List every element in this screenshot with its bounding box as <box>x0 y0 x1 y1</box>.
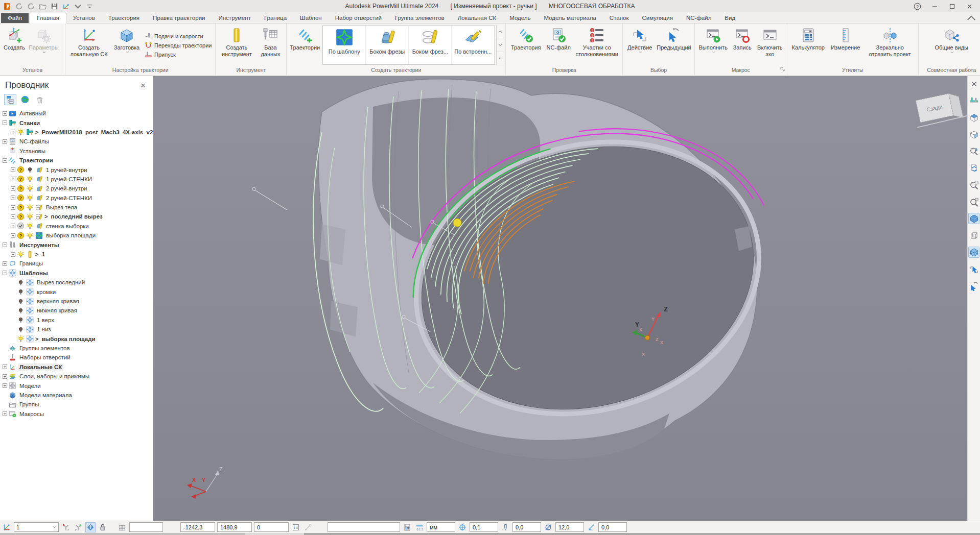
tree-item-label[interactable]: нижняя кривая <box>35 307 79 314</box>
tree-item-label[interactable]: выборка площади <box>44 232 97 239</box>
azimuth-field[interactable] <box>598 522 627 532</box>
bulbOff-icon[interactable] <box>17 279 25 286</box>
customize-qat-icon[interactable] <box>85 2 94 11</box>
pick-z-axis-icon[interactable]: z <box>85 522 96 532</box>
tree-item-label[interactable]: 1 ручей-внутри <box>44 166 89 174</box>
bulbOn-icon[interactable] <box>17 251 25 258</box>
expand-icon[interactable]: + <box>11 177 15 181</box>
tree-item-label[interactable]: Установы <box>18 148 47 155</box>
bulbOn-icon[interactable] <box>26 175 34 183</box>
expand-icon[interactable]: + <box>11 233 15 238</box>
tolerance-field[interactable] <box>470 522 498 532</box>
workplane-select[interactable]: 1 <box>14 522 59 532</box>
strategy-item[interactable]: Боком фрез... <box>409 26 452 64</box>
tree-item-label[interactable]: верхняя кривая <box>35 298 81 305</box>
view-orientation-button[interactable] <box>968 129 979 140</box>
units-calc-icon[interactable] <box>402 522 412 532</box>
tree-item-label[interactable]: Модели материала <box>18 392 74 399</box>
select-previous-button[interactable]: Предыдущий <box>655 25 692 65</box>
explorer-web-button[interactable] <box>19 94 31 105</box>
cursor-y-field[interactable] <box>217 522 252 532</box>
bulbOn-icon[interactable] <box>26 213 34 221</box>
tree-item-label[interactable]: Траектории <box>18 157 55 164</box>
mirror-project-button[interactable]: Зеркально отразить проект <box>864 25 917 65</box>
zoom-window-button[interactable] <box>968 196 979 207</box>
tree-item-label[interactable]: 2 ручей-СТЕНКИ <box>44 194 94 202</box>
tree-item-label[interactable]: Группы элементов <box>18 345 72 352</box>
tree-item-label[interactable]: 1 верх <box>35 317 56 324</box>
explorer-close-icon[interactable]: ✕ <box>138 82 148 89</box>
bulbOff-icon[interactable] <box>17 307 25 314</box>
tree-item-label[interactable]: Наборы отверстий <box>18 354 72 361</box>
toolpath-quick-icon[interactable] <box>62 2 71 11</box>
collapse-ribbon-icon[interactable] <box>967 14 976 22</box>
tab-ribbon[interactable]: NC-файл <box>680 13 718 23</box>
undo-icon[interactable] <box>15 2 24 11</box>
setup-params-button[interactable]: Параметры <box>27 25 60 65</box>
tab-ribbon[interactable]: Траектория <box>102 13 146 23</box>
macro-record-button[interactable]: Запись <box>730 25 755 65</box>
tree-item-label[interactable]: 2 ручей-внутри <box>44 185 89 192</box>
tab-ribbon[interactable]: Группа элементов <box>388 13 451 23</box>
cursor-z-field[interactable] <box>254 522 289 532</box>
create-workplane-button[interactable]: Создать локальную СК <box>67 25 111 65</box>
tree-item-label[interactable]: последний вырез <box>49 213 104 220</box>
chevron-down-icon[interactable] <box>74 2 82 11</box>
calculator-button[interactable]: Калькулятор <box>789 25 828 65</box>
verify-ncfile-button[interactable]: G NC-файл <box>544 25 573 65</box>
gallery-scroll-up-icon[interactable] <box>497 25 504 38</box>
zoom-to-fit-button[interactable] <box>968 179 979 190</box>
bulbOn-icon[interactable] <box>26 204 34 211</box>
bulbOn-icon[interactable] <box>26 194 34 202</box>
refresh-view-button[interactable] <box>968 162 979 174</box>
stock-button[interactable]: Заготовка <box>111 25 143 65</box>
tree-item-label[interactable]: Слои, наборы и прижимы <box>18 373 91 380</box>
bulbOn-icon[interactable] <box>17 128 25 136</box>
gallery-expand-icon[interactable] <box>497 52 504 65</box>
tree-item-label[interactable]: Шаблоны <box>18 270 50 277</box>
tool-database-button[interactable]: База данных <box>256 25 285 65</box>
tree-item-label[interactable]: 1 <box>40 251 46 258</box>
viewport-3d[interactable]: Z Y Y X Z X X X Y Z <box>153 76 967 521</box>
explorer-trash-button[interactable] <box>34 94 46 105</box>
expand-icon[interactable]: + <box>11 196 15 200</box>
tab-ribbon[interactable]: Установ <box>66 13 102 23</box>
thickness-field[interactable] <box>512 522 541 532</box>
coord-list-icon[interactable] <box>291 522 301 532</box>
expand-icon[interactable]: + <box>3 111 7 116</box>
open-project-icon[interactable] <box>38 2 47 11</box>
collapse-icon[interactable]: − <box>3 158 7 163</box>
wireframe-view-button[interactable] <box>968 230 979 241</box>
tree-item-label[interactable]: 1 низ <box>35 326 53 333</box>
ruler-icon[interactable]: 0 1 2 <box>414 522 425 532</box>
tree-item-label[interactable]: выборка площади <box>40 335 97 343</box>
tree-item-label[interactable]: Локальные СК <box>18 363 63 371</box>
tree-item-label[interactable]: стенка выборки <box>44 223 90 230</box>
shaded-wireframe-view-button[interactable] <box>968 247 979 258</box>
expand-icon[interactable]: + <box>3 139 7 144</box>
tree-item-label[interactable]: Вырез тела <box>44 204 79 211</box>
thickness-button[interactable]: Припуск <box>145 51 212 58</box>
tree-item-label[interactable]: Группы <box>18 401 40 408</box>
tab-ribbon[interactable]: Симуляция <box>635 13 679 23</box>
expand-icon[interactable]: + <box>3 364 7 369</box>
feeds-speeds-button[interactable]: Подачи и скорости <box>145 32 212 40</box>
select-undo-button[interactable] <box>968 280 979 291</box>
expand-icon[interactable]: + <box>11 167 15 172</box>
bulbOff-icon[interactable] <box>17 298 25 305</box>
tab-ribbon[interactable]: Вид <box>718 13 742 23</box>
verify-toolpath-button[interactable]: Траектория <box>507 25 544 65</box>
bulbOn-icon[interactable] <box>26 232 34 239</box>
tool-diameter-field[interactable] <box>555 522 584 532</box>
tree-item-label[interactable]: NC-файлы <box>18 138 51 145</box>
tree-item-label[interactable]: Вырез последний <box>35 279 86 286</box>
measure-button[interactable]: Измерение <box>828 25 864 65</box>
redo-icon[interactable] <box>27 2 35 11</box>
toolpath-links-button[interactable]: Переходы траектории <box>145 41 212 49</box>
expand-icon[interactable]: + <box>11 186 15 191</box>
select-box-button[interactable] <box>968 263 979 275</box>
close-panel-button[interactable] <box>968 78 979 89</box>
help-icon[interactable]: ? <box>909 1 925 11</box>
select-action-button[interactable]: Действие <box>624 25 655 65</box>
bulbOn-icon[interactable] <box>26 185 34 192</box>
